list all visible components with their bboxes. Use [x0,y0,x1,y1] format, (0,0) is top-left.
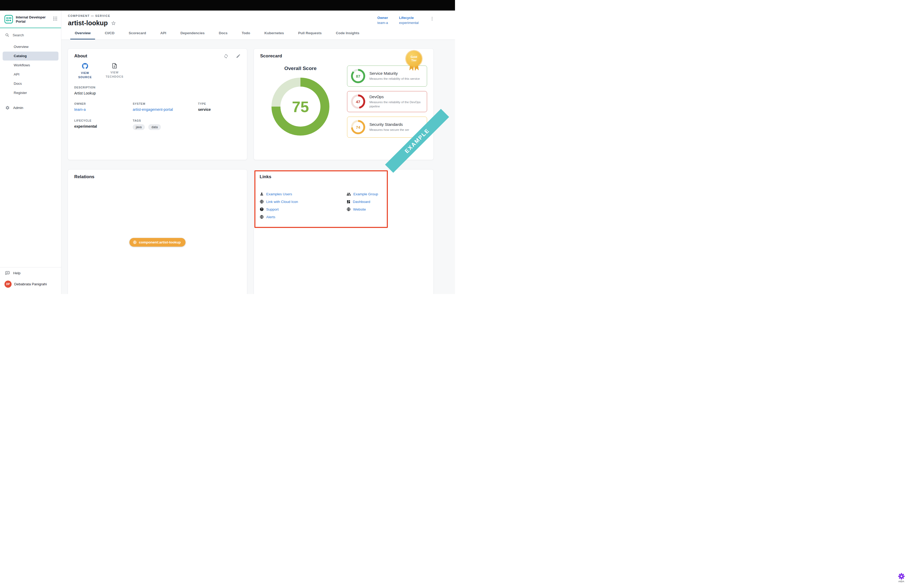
view-techdocs-button[interactable]: VIEW TECHDOCS [104,63,125,79]
relations-title: Relations [74,174,95,179]
link-support[interactable]: Support [260,207,346,212]
tab-code-insights[interactable]: Code Insights [329,27,366,39]
tab-docs[interactable]: Docs [212,27,234,39]
link-examples-users[interactable]: Examples Users [260,192,346,196]
relation-node-component-artist-lookup[interactable]: component:artist-lookup [129,238,186,247]
help-circle-icon [260,207,264,212]
top-black-bar [0,0,455,11]
link-label: Example Group [353,192,378,196]
view-techdocs-label: VIEW TECHDOCS [104,70,125,79]
document-icon [112,63,118,69]
tab-cicd[interactable]: CI/CD [98,27,122,39]
tab-pull-requests[interactable]: Pull Requests [291,27,329,39]
entity-tabs: Overview CI/CD Scorecard API Dependencie… [61,27,455,40]
tab-dependencies[interactable]: Dependencies [173,27,212,39]
tab-overview[interactable]: Overview [68,27,98,39]
view-source-label: VIEW SOURCE [74,71,96,79]
about-title: About [74,53,87,59]
system-field-label: SYSTEM [133,102,198,105]
user-menu[interactable]: DP Debabrata Panigrahi [0,278,61,294]
type-field-value: service [198,107,241,111]
search-icon [5,33,10,37]
overall-score-block: Overall Score 75 [260,66,341,138]
favorite-star-icon[interactable] [111,21,116,26]
nav-label: Catalog [14,54,27,58]
tag-chip[interactable]: java [133,124,145,130]
lifecycle-field-value: experimental [74,124,133,128]
search-label: Search [13,33,24,37]
owner-label: Owner [377,16,388,20]
system-field: SYSTEM artist-engagement-portal [133,102,198,111]
link-with-cloud-icon[interactable]: Link with Cloud Icon [260,199,346,204]
tab-api[interactable]: API [153,27,173,39]
metric-devops[interactable]: 47 DevOps Measures the reliability of th… [347,91,427,112]
link-label: Link with Cloud Icon [266,200,298,204]
metric-score: 74 [351,120,365,134]
metric-donut: 87 [351,69,365,83]
type-field: TYPE service [198,102,241,111]
refresh-icon[interactable] [223,54,229,59]
relation-node-label: component:artist-lookup [139,240,181,244]
link-dashboard[interactable]: Dashboard [346,199,428,204]
type-field-label: TYPE [198,102,241,105]
metric-desc: Measures the reliability of this service [369,77,420,81]
link-website[interactable]: Website [346,207,428,212]
sidebar-bottom: Help DP Debabrata Panigrahi [0,267,61,294]
overall-score-value: 75 [272,78,330,136]
group-icon [346,192,351,196]
sidebar-search[interactable]: Search [0,28,61,40]
tab-todo[interactable]: Todo [234,27,257,39]
metric-name: Service Maturity [369,71,420,76]
apps-grid-icon[interactable] [53,15,57,21]
sidebar-item-help[interactable]: Help [0,267,61,278]
entity-kind-eyebrow: COMPONENT — SERVICE [68,14,116,17]
user-icon [260,192,264,196]
system-field-link[interactable]: artist-engagement-portal [133,107,198,111]
user-name: Debabrata Panigrahi [14,282,47,286]
owner-value-link[interactable]: team-a [377,21,388,25]
lifecycle-label: Lifecycle [399,16,419,20]
gold-tier-rosette-icon: Gold Tier [406,51,422,66]
metric-score: 47 [351,94,365,109]
metric-desc: Measures how secure the ser [369,128,409,132]
metric-score: 87 [351,69,365,83]
gold-tier-badge: Gold Tier [406,51,422,71]
entity-header-left: COMPONENT — SERVICE artist-lookup [68,14,116,27]
description-value: Artist Lookup [74,91,241,95]
link-alerts[interactable]: Alerts [260,215,346,219]
tags-field-label: TAGS [133,119,198,122]
lifecycle-meta: Lifecycle experimental [399,16,419,25]
content-grid: About [61,40,455,294]
portal-title: Internal Developer Portal [16,15,50,24]
about-card: About [68,48,247,160]
avatar: DP [5,281,11,288]
sidebar-item-admin[interactable]: Admin [0,103,61,112]
relations-card: Relations component:artist-lookup [68,169,247,294]
scorecard-metrics: 87 Service Maturity Measures the reliabi… [347,66,427,138]
tab-scorecard[interactable]: Scorecard [122,27,153,39]
overall-score-donut: 75 [272,78,330,136]
sidebar-item-register[interactable]: Register [3,89,58,97]
sidebar-item-api[interactable]: API [3,70,58,79]
scorecard-card: Scorecard Gold Tier Overall Score 75 [254,48,434,160]
owner-field-link[interactable]: team-a [74,107,133,111]
sidebar-item-overview[interactable]: Overview [3,42,58,51]
lifecycle-field: LIFECYCLE experimental [74,119,133,130]
kebab-menu-icon[interactable] [430,16,435,21]
sidebar-item-workflows[interactable]: Workflows [3,61,58,70]
sidebar-item-catalog[interactable]: Catalog [3,52,58,61]
view-source-button[interactable]: VIEW SOURCE [74,63,96,79]
sidebar-nav: Overview Catalog Workflows API Docs Regi… [0,40,61,98]
scorecard-title: Scorecard [260,53,282,58]
entity-header: COMPONENT — SERVICE artist-lookup Owner … [61,11,455,27]
tag-chip[interactable]: data [148,124,161,130]
tab-kubernetes[interactable]: Kubernetes [257,27,291,39]
nav-label: Workflows [14,63,30,67]
edit-pencil-icon[interactable] [236,54,241,59]
nav-label: Overview [14,45,28,49]
admin-label: Admin [13,106,23,110]
sidebar: Internal Developer Portal Search Overvie… [0,11,61,294]
link-example-group[interactable]: Example Group [346,192,428,196]
sidebar-item-docs[interactable]: Docs [3,79,58,88]
nav-label: API [14,73,19,76]
